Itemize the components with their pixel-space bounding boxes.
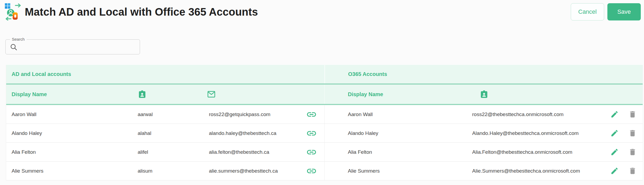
local-email: alie.summers@thebesttech.ca <box>204 168 298 174</box>
windows-logo-icon <box>5 3 10 9</box>
trash-icon[interactable] <box>628 167 637 175</box>
local-display-name: Alie Summers <box>6 168 132 174</box>
o365-display-name: Alie Summers <box>325 168 472 174</box>
o365-email: Alie.Summers@thebesttechca.onmicrosoft.c… <box>472 168 610 174</box>
o365-email: Alando.Haley@thebesttechca.onmicrosoft.c… <box>472 130 610 136</box>
page-title: Match AD and Local with Office 365 Accou… <box>25 6 258 18</box>
table-body: Aaron Wall aarwal ross22@getquickpass.co… <box>6 105 643 180</box>
section-title-o365: O365 Accounts <box>325 71 387 77</box>
local-username: alisum <box>132 168 204 174</box>
edit-pencil-icon[interactable] <box>610 148 619 156</box>
o365-display-name: Alando Haley <box>325 130 472 136</box>
local-email: ross22@getquickpass.com <box>204 111 298 117</box>
column-header-local-display-name: Display Name <box>6 91 132 97</box>
link-icon[interactable] <box>306 147 317 158</box>
link-icon[interactable] <box>306 166 317 176</box>
top-bar: Match AD and Local with Office 365 Accou… <box>0 0 644 24</box>
edit-pencil-icon[interactable] <box>610 110 619 118</box>
o365-display-name: Alia Felton <box>325 149 472 155</box>
section-title-row: AD and Local accounts O365 Accounts <box>6 65 643 85</box>
column-header-o365-display-name: Display Name <box>325 91 475 97</box>
o365-display-name: Aaron Wall <box>325 111 472 117</box>
topbar-actions: Cancel Save <box>571 3 641 20</box>
arrow-right-icon <box>15 4 20 7</box>
arrow-left-icon <box>6 17 11 20</box>
office-logo-icon <box>13 12 18 20</box>
badge-icon <box>138 90 147 99</box>
o365-email: ross22@thebesttechca.onmicrosoft.com <box>472 111 610 117</box>
local-username: alahal <box>132 130 204 136</box>
ad-local-o365-sync-icon <box>4 3 22 20</box>
mail-icon <box>207 90 216 99</box>
cancel-button[interactable]: Cancel <box>571 3 604 20</box>
local-email: alia.felton@thebesttech.ca <box>204 149 298 155</box>
link-icon[interactable] <box>306 128 317 139</box>
local-display-name: Alia Felton <box>6 149 132 155</box>
column-header-row: Display Name Display Name <box>6 85 643 105</box>
local-display-name: Alando Haley <box>6 130 132 136</box>
search-icon <box>10 43 18 51</box>
local-username: aarwal <box>132 111 204 117</box>
save-button[interactable]: Save <box>607 3 641 20</box>
local-email: alando.haley@thebesttech.ca <box>204 130 298 136</box>
trash-icon[interactable] <box>628 148 637 156</box>
local-display-name: Aaron Wall <box>6 111 132 117</box>
link-icon[interactable] <box>306 109 317 120</box>
edit-pencil-icon[interactable] <box>610 167 619 175</box>
trash-icon[interactable] <box>628 110 637 118</box>
table-row: Alando Haley alahal alando.haley@thebest… <box>6 124 643 143</box>
table-row: Alie Summers alisum alie.summers@thebest… <box>6 162 643 180</box>
table-row: Alia Felton alifel alia.felton@thebestte… <box>6 143 643 162</box>
search-input[interactable] <box>21 41 138 53</box>
o365-email: Alia.Felton@thebesttechca.onmicrosoft.co… <box>472 149 610 155</box>
accounts-match-table: AD and Local accounts O365 Accounts Disp… <box>6 65 643 180</box>
trash-icon[interactable] <box>628 129 637 137</box>
table-row: Aaron Wall aarwal ross22@getquickpass.co… <box>6 105 643 124</box>
section-ad-local: AD and Local accounts <box>6 65 324 83</box>
section-title-ad-local: AD and Local accounts <box>6 71 71 77</box>
search-field[interactable]: Search <box>5 39 140 54</box>
local-username: alifel <box>132 149 204 155</box>
section-o365: O365 Accounts <box>324 65 643 83</box>
badge-icon <box>480 90 489 99</box>
edit-pencil-icon[interactable] <box>610 129 619 137</box>
